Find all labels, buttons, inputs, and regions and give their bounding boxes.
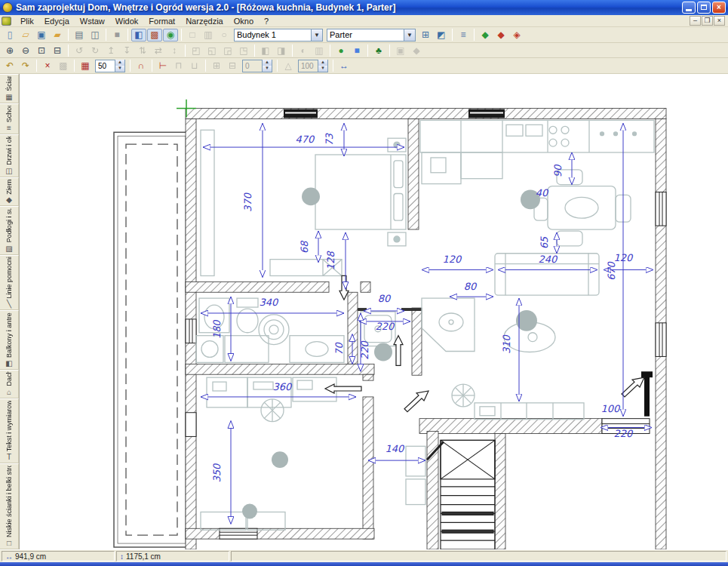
close-button[interactable]: × <box>712 2 726 14</box>
view-3d-button[interactable]: ◉ <box>163 29 178 42</box>
background-color-icon: ■ <box>354 46 359 55</box>
dimension-label: 470 <box>296 134 316 145</box>
dimension-label: 70 <box>333 342 345 355</box>
sidebar-tab-drzwi-i-okna[interactable]: Drzwi i okna◫ <box>0 134 19 177</box>
dimension-auto-button[interactable]: ⊢ <box>155 60 170 72</box>
menu-item--[interactable]: ? <box>259 16 274 26</box>
view-right-icon: ◳ <box>239 46 247 55</box>
spinner-down-icon[interactable]: ▼ <box>263 66 272 72</box>
grid-size-spinner[interactable]: 50▲▼ <box>95 60 125 72</box>
zoom-window-button[interactable]: ⊟ <box>50 44 65 57</box>
edit-terrain-button[interactable]: ◩ <box>434 29 449 42</box>
edit-poly-icon: ○ <box>221 30 226 39</box>
new-document-button[interactable]: ▯ <box>2 29 17 42</box>
render-quality-button[interactable]: ■ <box>109 29 124 42</box>
view-plan-color-button[interactable]: ▩ <box>147 29 162 42</box>
restore-button[interactable] <box>697 2 711 14</box>
mdi-close-button[interactable]: × <box>714 16 725 26</box>
save-button[interactable]: ▣ <box>34 29 49 42</box>
spinner-up-icon[interactable]: ▲ <box>263 60 272 66</box>
sidebar-tab-label: Ziemia <box>5 180 13 195</box>
minimize-button[interactable] <box>682 2 696 14</box>
layers-button[interactable]: ≡ <box>456 29 471 42</box>
mdi-restore-button[interactable]: ❐ <box>702 16 713 26</box>
dimension-label: 370 <box>242 192 253 211</box>
delete-button[interactable]: × <box>40 60 55 72</box>
zoom-extents-button[interactable]: ⊡ <box>34 44 49 57</box>
menu-item-plik[interactable]: Plik <box>15 16 39 26</box>
rotate-left-icon: ↺ <box>75 46 83 55</box>
dimension-label: 220 <box>376 321 396 332</box>
menu-item-edycja[interactable]: Edycja <box>39 16 75 26</box>
grid-toggle-button[interactable]: ▦ <box>78 60 93 72</box>
camera-path-red-button[interactable]: ◈ <box>509 29 524 42</box>
dimension-label: 180 <box>211 319 223 339</box>
sidebar-tab-label: Tekst i wymiarowanie <box>5 401 13 451</box>
mdi-minimize-button[interactable]: – <box>690 16 701 26</box>
measure-button[interactable]: ↔ <box>336 60 352 72</box>
walk-mode-green-button[interactable]: ◆ <box>478 29 493 42</box>
spinner-down-icon[interactable]: ▼ <box>115 66 124 72</box>
print-button[interactable]: ▤ <box>72 29 87 42</box>
status-message-field <box>231 551 726 561</box>
print-icon: ▤ <box>75 30 83 39</box>
menu-item-wstaw[interactable]: Wstaw <box>75 16 110 26</box>
sidebar-tab-schody[interactable]: Schody≡ <box>0 103 19 134</box>
dimension-label: 360 <box>273 381 293 392</box>
toolbar-view: ⊕⊖⊡⊟↺↻↥↧⇅⇄↕◰◱◲◳◧◨◐▥●■♣▣◆ <box>0 43 728 58</box>
plant-tree-icon: ♣ <box>376 46 382 55</box>
close-project-button[interactable]: ▰ <box>50 29 65 42</box>
zoom-in-button[interactable]: ⊕ <box>2 44 17 57</box>
sidebar-tab-ziemia[interactable]: Ziemia◆ <box>0 177 19 207</box>
ziemia-icon: ◆ <box>6 195 12 204</box>
dimension-label: 65 <box>539 236 550 249</box>
floor-select[interactable]: Parter▼ <box>327 29 416 42</box>
floor-plan[interactable]: 4707337068128340180802207022036035014090… <box>20 74 728 549</box>
redo-button[interactable]: ↷ <box>18 60 33 72</box>
open-folder-button[interactable]: ▱ <box>18 29 33 42</box>
edit-terrain-icon: ◩ <box>437 30 445 39</box>
chevron-down-icon[interactable]: ▼ <box>404 29 415 41</box>
view-plan-2d-button[interactable]: ◧ <box>131 29 146 42</box>
dimension-label: 68 <box>299 240 310 254</box>
sidebar-tab-label: Schody <box>5 106 13 122</box>
align-b-button: ⊟ <box>225 60 240 72</box>
spinner-down-icon[interactable]: ▼ <box>318 66 327 72</box>
drawing-canvas[interactable]: 4707337068128340180802207022036035014090… <box>20 74 728 549</box>
undo-button[interactable]: ↶ <box>2 60 17 72</box>
menu-item-okno[interactable]: Okno <box>229 16 259 26</box>
menu-item-narz-dzia[interactable]: Narzędzia <box>180 16 229 26</box>
camera-mode-red-button[interactable]: ◆ <box>493 29 508 42</box>
plant-tree-button[interactable]: ♣ <box>371 44 386 57</box>
view-left-button: ◲ <box>220 44 235 57</box>
dimension-label: 670 <box>606 260 617 280</box>
scale-spinner: 100▲▼ <box>298 60 328 72</box>
spinner-up-icon[interactable]: ▲ <box>318 60 327 66</box>
material-picker-button: ▣ <box>393 44 408 57</box>
menu-item-format[interactable]: Format <box>143 16 180 26</box>
chevron-down-icon[interactable]: ▼ <box>311 29 322 41</box>
menu-item-widok[interactable]: Widok <box>110 16 144 26</box>
sidebar-tab-tekst-i-wymiarowanie[interactable]: Tekst i wymiarowanieT <box>0 398 19 463</box>
toolbar-edit: ↶↷×▩▦50▲▼∩⊢⊓⊔⊞⊟0▲▼△100▲▼↔ <box>0 58 728 74</box>
dimension-label: 80 <box>464 281 478 292</box>
zoom-out-button[interactable]: ⊖ <box>18 44 33 57</box>
new-document-icon: ▯ <box>8 30 13 39</box>
print-preview-button[interactable]: ◫ <box>88 29 103 42</box>
toolbar-separator <box>452 29 453 41</box>
sidebar-tab-linie-pomocnicze[interactable]: Linie pomocnicze╲ <box>0 255 19 311</box>
spinner-up-icon[interactable]: ▲ <box>115 60 124 66</box>
preview-quality-button[interactable]: ● <box>333 44 349 57</box>
sidebar-tab-balkony-i-antresole[interactable]: Balkony i antresole◧ <box>0 310 19 370</box>
add-building-button[interactable]: ⊞ <box>418 29 433 42</box>
sidebar-tab-podłogi-i-sufity[interactable]: Podłogi i sufity▨ <box>0 206 19 254</box>
building-select[interactable]: Budynek 1▼ <box>234 29 323 42</box>
sidebar-tab-dachy[interactable]: Dachy⌂ <box>0 370 19 398</box>
app-icon <box>2 2 13 13</box>
daylight-icon: ◐ <box>300 46 306 55</box>
snap-magnet-button[interactable]: ∩ <box>134 60 149 72</box>
background-color-button[interactable]: ■ <box>349 44 364 57</box>
sidebar-tab-niskie-ścianki-i-belki-stropowe[interactable]: Niskie ścianki i belki stropowe□ <box>0 463 19 549</box>
sidebar-tab-ściany[interactable]: Ściany▦ <box>0 74 19 103</box>
edit-region-icon: □ <box>189 30 195 39</box>
